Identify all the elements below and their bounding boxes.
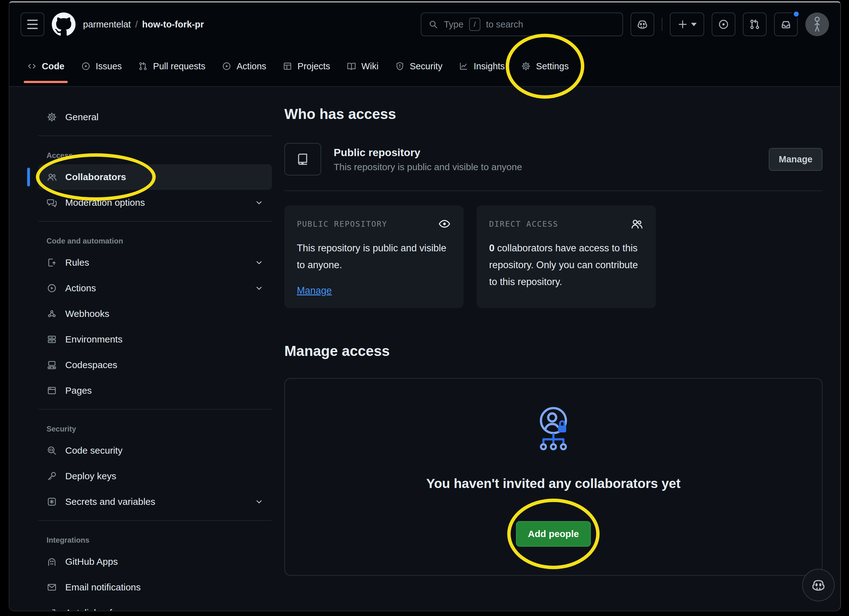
- mail-icon: [46, 582, 57, 592]
- sidebar-section-code-automation: Code and automation: [39, 227, 272, 250]
- play-icon: [46, 283, 57, 294]
- breadcrumb-repo-link[interactable]: how-to-fork-pr: [142, 19, 204, 30]
- search-placeholder-prefix: Type: [444, 19, 463, 30]
- sidebar-item-rules[interactable]: Rules: [39, 250, 272, 275]
- sidebar-item-label: Autolink references: [65, 607, 146, 611]
- sidebar-item-label: GitHub Apps: [65, 556, 118, 567]
- search-input[interactable]: Type / to search: [421, 12, 623, 36]
- section-divider: [284, 191, 822, 191]
- sidebar-item-actions[interactable]: Actions: [39, 275, 272, 301]
- eye-icon: [438, 217, 451, 230]
- browser-icon: [46, 385, 57, 396]
- copilot-floating-button[interactable]: [802, 569, 835, 601]
- sidebar-item-deploy-keys[interactable]: Deploy keys: [39, 463, 272, 489]
- copilot-button[interactable]: [630, 12, 654, 36]
- server-icon: [46, 334, 57, 345]
- tab-projects[interactable]: Projects: [274, 46, 338, 86]
- comment-discussion-icon: [46, 197, 57, 208]
- codespaces-icon: [46, 359, 57, 370]
- chevron-down-icon: [255, 283, 264, 293]
- tab-security[interactable]: Security: [387, 46, 451, 86]
- tab-pull-requests[interactable]: Pull requests: [130, 46, 213, 86]
- pull-requests-dashboard-button[interactable]: [743, 12, 767, 36]
- sidebar-item-email-notifications[interactable]: Email notifications: [39, 574, 272, 600]
- access-summary-cards: PUBLIC REPOSITORY This repository is pub…: [284, 206, 822, 308]
- avatar[interactable]: [805, 12, 829, 36]
- tab-label: Insights: [474, 61, 505, 72]
- issues-dashboard-button[interactable]: [712, 12, 735, 36]
- sidebar-item-webhooks[interactable]: Webhooks: [39, 301, 272, 327]
- sidebar-divider: [39, 221, 272, 222]
- search-placeholder-suffix: to search: [486, 19, 523, 30]
- inbox-icon: [780, 18, 792, 30]
- sidebar-item-codespaces[interactable]: Codespaces: [39, 352, 272, 378]
- webhook-icon: [46, 309, 57, 319]
- link-external-icon: [46, 607, 57, 611]
- graph-icon: [459, 61, 469, 71]
- repo-icon: [284, 143, 321, 176]
- sidebar-item-moderation-options[interactable]: Moderation options: [39, 190, 272, 215]
- rules-icon: [46, 257, 57, 268]
- copilot-icon: [636, 18, 649, 31]
- chevron-down-icon: [255, 497, 264, 506]
- sidebar-item-code-security[interactable]: Code security: [39, 438, 272, 463]
- tab-settings[interactable]: Settings: [513, 46, 577, 86]
- manage-visibility-button[interactable]: Manage: [769, 148, 822, 171]
- tab-label: Code: [42, 61, 65, 72]
- browser-window: parmentelat / how-to-fork-pr Type / to s…: [9, 1, 841, 611]
- tab-label: Settings: [536, 61, 569, 72]
- inbox-button[interactable]: [774, 12, 798, 36]
- table-icon: [283, 61, 292, 71]
- manage-access-heading: Manage access: [284, 341, 822, 361]
- github-logo[interactable]: [52, 12, 76, 36]
- tab-label: Projects: [298, 61, 330, 72]
- tab-insights[interactable]: Insights: [450, 46, 513, 86]
- create-new-button[interactable]: [670, 12, 704, 36]
- public-repository-card: PUBLIC REPOSITORY This repository is pub…: [284, 206, 463, 308]
- sidebar-item-autolink-references[interactable]: Autolink references: [39, 600, 272, 611]
- gear-icon: [521, 61, 531, 71]
- sidebar-item-label: General: [65, 112, 98, 122]
- sidebar-item-general[interactable]: General: [39, 104, 272, 130]
- sidebar-item-label: Pages: [65, 385, 92, 396]
- book-icon: [347, 61, 356, 71]
- sidebar-item-label: Deploy keys: [65, 471, 116, 482]
- sidebar-divider: [39, 409, 272, 410]
- sidebar-item-label: Actions: [65, 283, 96, 294]
- sidebar-item-environments[interactable]: Environments: [39, 327, 272, 352]
- repo-visibility-desc: This repository is public and visible to…: [334, 162, 522, 172]
- asterisk-box-icon: [46, 497, 57, 507]
- manage-visibility-link[interactable]: Manage: [297, 285, 332, 296]
- repo-visibility-title: Public repository: [334, 146, 522, 159]
- screenshot-root: parmentelat / how-to-fork-pr Type / to s…: [0, 0, 849, 616]
- breadcrumb-owner-link[interactable]: parmentelat: [83, 19, 131, 30]
- sidebar-item-collaborators[interactable]: Collaborators: [39, 164, 272, 190]
- plus-icon: [677, 19, 688, 30]
- breadcrumb: parmentelat / how-to-fork-pr: [83, 19, 204, 30]
- git-pull-request-icon: [138, 61, 148, 71]
- sidebar-divider: [39, 520, 272, 521]
- sidebar-section-access: Access: [39, 142, 272, 164]
- tab-wiki[interactable]: Wiki: [338, 46, 387, 86]
- issue-opened-icon: [81, 61, 91, 71]
- empty-state-title: You haven't invited any collaborators ye…: [426, 475, 681, 492]
- shield-icon: [395, 61, 405, 71]
- git-pull-request-icon: [749, 18, 761, 30]
- tab-label: Issues: [96, 61, 122, 72]
- sidebar-item-secrets-variables[interactable]: Secrets and variables: [39, 489, 272, 515]
- sidebar-item-github-apps[interactable]: GitHub Apps: [39, 549, 272, 574]
- add-people-button[interactable]: Add people: [516, 521, 591, 547]
- hamburger-menu-button[interactable]: [21, 12, 44, 36]
- tab-actions[interactable]: Actions: [213, 46, 274, 86]
- chevron-down-icon: [255, 258, 264, 267]
- sidebar-item-label: Email notifications: [65, 582, 141, 592]
- tab-code[interactable]: Code: [19, 46, 73, 86]
- repo-visibility-row: Public repository This repository is pub…: [284, 143, 822, 176]
- card-label: DIRECT ACCESS: [489, 219, 559, 228]
- tab-issues[interactable]: Issues: [73, 46, 130, 86]
- global-header: parmentelat / how-to-fork-pr Type / to s…: [9, 3, 840, 46]
- sidebar-item-label: Moderation options: [65, 197, 145, 208]
- sidebar-item-pages[interactable]: Pages: [39, 378, 272, 403]
- collaborators-settings-main: Who has access Public repository This re…: [272, 87, 822, 576]
- collaborators-empty-state: You haven't invited any collaborators ye…: [284, 378, 822, 576]
